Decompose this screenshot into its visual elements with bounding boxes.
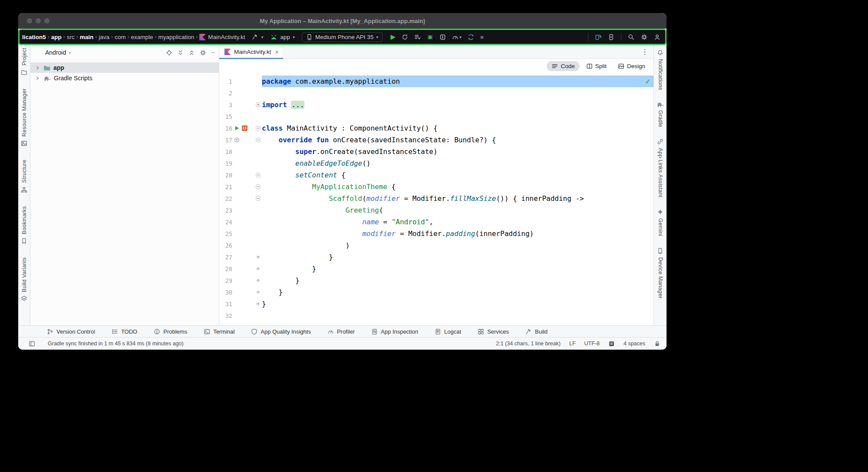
fold-marker-icon[interactable] xyxy=(254,138,262,142)
breadcrumb-item[interactable]: example xyxy=(131,34,153,40)
tool-strip-tab-notifications[interactable]: Notifications xyxy=(657,49,663,90)
fold-marker-icon[interactable] xyxy=(254,302,262,306)
tool-window-button-problems[interactable]: Problems xyxy=(154,328,187,335)
tool-window-button-todo[interactable]: TODO xyxy=(112,328,137,335)
code-line[interactable]: 23 Greeting( xyxy=(219,204,653,216)
tool-strip-tab-bookmarks[interactable]: Bookmarks xyxy=(21,206,27,244)
zoom-window-button[interactable] xyxy=(44,18,50,23)
device-select[interactable]: Medium Phone API 35▾ xyxy=(302,32,383,42)
caret-position[interactable]: 2:1 (34 chars, 1 line break) xyxy=(496,341,561,347)
fold-marker-icon[interactable] xyxy=(254,102,262,107)
collapse-all-button[interactable] xyxy=(188,49,195,56)
code-line[interactable]: 2 xyxy=(219,87,653,99)
code-line[interactable]: 15 xyxy=(219,111,653,122)
close-window-button[interactable] xyxy=(27,18,32,23)
editor-tab[interactable]: MainActivity.kt × xyxy=(219,45,284,59)
hide-panel-button[interactable]: − xyxy=(211,49,215,56)
fold-marker-icon[interactable] xyxy=(254,196,262,201)
tool-windows-icon[interactable] xyxy=(29,341,35,347)
tool-strip-tab-build-variants[interactable]: Build Variants xyxy=(21,257,27,302)
breadcrumb-item[interactable]: MainActivity.kt xyxy=(199,34,245,40)
build-menu-button[interactable] xyxy=(414,34,421,40)
tool-strip-tab-gradle[interactable]: Gradle xyxy=(657,102,664,127)
fold-marker-icon[interactable] xyxy=(254,255,262,259)
tool-window-button-profiler[interactable]: Profiler xyxy=(327,328,355,335)
view-mode-code[interactable]: Code xyxy=(547,61,579,71)
code-line[interactable]: 20 setContent { xyxy=(219,169,653,181)
write-access[interactable] xyxy=(654,341,660,347)
breadcrumb-item[interactable]: src xyxy=(67,34,75,40)
code-line[interactable]: 31} xyxy=(219,298,653,310)
tool-window-button-services[interactable]: Services xyxy=(478,328,509,335)
override-icon[interactable] xyxy=(234,137,240,143)
settings-button[interactable] xyxy=(641,34,647,40)
breadcrumb-item[interactable]: app xyxy=(51,34,62,40)
tool-window-button-version-control[interactable]: Version Control xyxy=(47,328,95,335)
code-line[interactable]: 30 } xyxy=(219,286,653,298)
breadcrumb-item[interactable]: com xyxy=(115,34,126,40)
gutter-icons[interactable] xyxy=(232,125,254,131)
minimize-window-button[interactable] xyxy=(36,18,41,23)
compose-icon[interactable] xyxy=(241,125,248,131)
status-widget[interactable] xyxy=(608,341,615,347)
project-view-select[interactable]: Android ▾ xyxy=(45,49,71,56)
code-line[interactable]: 3import ... xyxy=(219,99,653,111)
fold-marker-icon[interactable] xyxy=(254,126,262,131)
tool-window-button-app-inspection[interactable]: App Inspection xyxy=(371,328,418,335)
breadcrumb-item[interactable]: java xyxy=(99,34,109,40)
tool-window-button-build[interactable]: Build xyxy=(525,328,548,335)
run-button[interactable]: ▶ xyxy=(390,33,396,41)
build-widget[interactable]: ▾ xyxy=(252,34,263,40)
stop-button[interactable]: ■ xyxy=(480,34,484,40)
attach-debugger-button[interactable] xyxy=(439,34,446,40)
editor-content[interactable]: CodeSplitDesign 1package com.example.mya… xyxy=(219,59,653,325)
tool-strip-tab-project[interactable]: Project xyxy=(21,48,27,75)
encoding[interactable]: UTF-8 xyxy=(584,341,600,347)
debug-button[interactable] xyxy=(427,34,433,40)
close-tab-icon[interactable]: × xyxy=(275,48,279,56)
fold-marker-icon[interactable] xyxy=(254,290,262,295)
code-line[interactable]: 16class MainActivity : ComponentActivity… xyxy=(219,122,653,134)
running-devices-button[interactable] xyxy=(608,34,614,40)
fold-marker-icon[interactable] xyxy=(254,266,262,271)
title-bar[interactable]: My Application – MainActivity.kt [My_App… xyxy=(18,13,667,29)
fold-marker-icon[interactable] xyxy=(254,278,262,283)
gutter-icons[interactable] xyxy=(232,137,254,143)
code-line[interactable]: 21 MyApplicationTheme { xyxy=(219,181,653,193)
code-line[interactable]: 26 ) xyxy=(219,239,653,251)
code-line[interactable]: 28 } xyxy=(219,263,653,275)
sync-project-button[interactable] xyxy=(468,34,474,40)
view-mode-design[interactable]: Design xyxy=(613,61,650,71)
tool-window-button-terminal[interactable]: Terminal xyxy=(204,328,234,335)
tool-strip-tab-device-manager[interactable]: Device Manager xyxy=(657,248,663,298)
profile-button[interactable]: ▾ xyxy=(452,34,462,40)
tool-window-button-logcat[interactable]: Logcat xyxy=(435,328,461,335)
project-tree-item[interactable]: Gradle Scripts xyxy=(30,73,219,83)
expand-chevron-icon[interactable] xyxy=(35,65,40,71)
code-line[interactable]: 22 Scaffold(modifier = Modifier.fillMaxS… xyxy=(219,193,653,204)
apply-changes-button[interactable] xyxy=(402,34,408,40)
code-editor[interactable]: 1package com.example.myapplication23impo… xyxy=(219,59,653,321)
indent-setting[interactable]: 4 spaces xyxy=(624,341,645,347)
panel-settings-button[interactable] xyxy=(200,49,206,56)
search-everywhere-button[interactable] xyxy=(628,34,634,40)
expand-all-button[interactable] xyxy=(177,49,184,56)
code-line[interactable]: 24 name = "Android", xyxy=(219,216,653,228)
expand-chevron-icon[interactable] xyxy=(35,75,40,81)
breadcrumb-item[interactable]: myapplication xyxy=(158,34,195,40)
locate-file-button[interactable] xyxy=(166,49,172,56)
code-line[interactable]: 1package com.example.myapplication xyxy=(219,75,653,87)
project-tree-item[interactable]: app xyxy=(30,62,219,73)
line-ending[interactable]: LF xyxy=(569,341,576,347)
run-gutter-icon[interactable] xyxy=(234,125,240,131)
code-line[interactable]: 18 super.onCreate(savedInstanceState) xyxy=(219,146,653,157)
code-line[interactable]: 19 enableEdgeToEdge() xyxy=(219,157,653,169)
code-line[interactable]: 32 xyxy=(219,310,653,321)
inspections-status-icon[interactable]: ✓ xyxy=(645,78,650,85)
run-config-select[interactable]: app▾ xyxy=(270,34,295,40)
fold-marker-icon[interactable] xyxy=(254,184,262,189)
code-line[interactable]: 25 modifier = Modifier.padding(innerPadd… xyxy=(219,228,653,239)
view-mode-split[interactable]: Split xyxy=(581,61,611,71)
device-mirroring-button[interactable] xyxy=(595,34,601,40)
tool-strip-tab-gemini[interactable]: Gemini xyxy=(657,209,663,236)
